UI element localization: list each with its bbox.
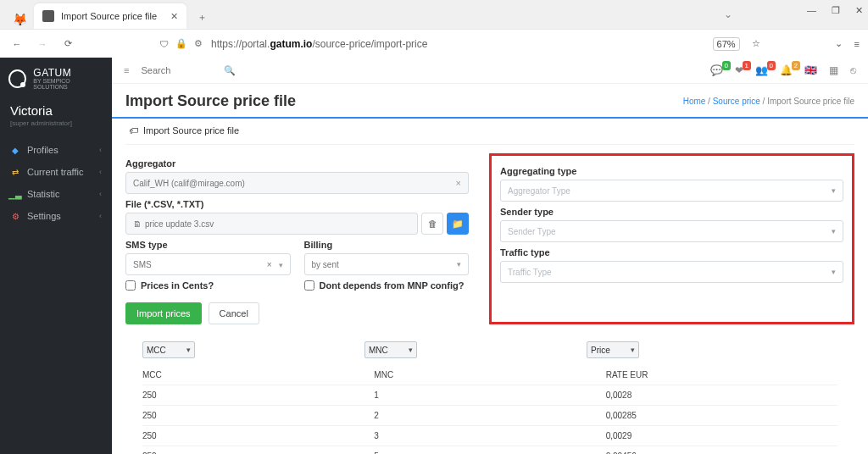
url-text: https://portal.gatum.io/source-price/imp…: [211, 38, 427, 50]
chevron-left-icon: ‹: [99, 146, 102, 154]
file-field: 🗎 price update 3.csv: [125, 213, 418, 235]
reload-button[interactable]: ⟳: [59, 36, 76, 53]
minimize-button[interactable]: —: [807, 5, 816, 16]
sender-type-label: Sender type: [500, 207, 843, 217]
chevron-down-icon: ▾: [832, 186, 836, 195]
breadcrumb: Home / Source price / Import Source pric…: [683, 97, 854, 106]
shield-icon: 🛡: [159, 39, 169, 49]
prices-cents-checkbox[interactable]: Prices in Cents?: [125, 280, 291, 291]
clear-icon[interactable]: ×: [267, 260, 272, 269]
delete-file-button[interactable]: 🗑: [421, 213, 443, 235]
clear-icon[interactable]: ×: [456, 178, 461, 188]
chevron-down-icon: ▾: [832, 227, 836, 235]
traffic-icon: ⇄: [10, 167, 20, 177]
sms-type-select[interactable]: SMS ×▾: [125, 253, 291, 275]
browser-tab[interactable]: Import Source price file ✕: [34, 3, 186, 29]
table-row: 25030,0029: [142, 426, 837, 446]
aggregator-label: Aggregator: [125, 158, 469, 169]
sidebar-item-label: Statistic: [27, 189, 60, 199]
aggregating-type-label: Aggregating type: [500, 166, 843, 176]
table-row: 25050,00456: [142, 446, 837, 454]
highlighted-region: Aggregating type Aggregator Type ▾ Sende…: [489, 153, 854, 324]
mnp-checkbox[interactable]: Dont depends from MNP config?: [304, 280, 470, 291]
browse-file-button[interactable]: 📁: [447, 213, 469, 235]
bookmark-star-icon[interactable]: ☆: [752, 38, 760, 49]
cancel-button[interactable]: Cancel: [209, 302, 259, 324]
permissions-icon: ⚙: [194, 38, 203, 49]
col-rate: RATE EUR: [606, 370, 837, 379]
chat-icon[interactable]: 💬0: [710, 64, 723, 76]
logout-icon[interactable]: ⎋: [850, 64, 856, 76]
file-label: File (*.CSV, *.TXT): [125, 199, 469, 209]
zoom-level[interactable]: 67%: [713, 37, 740, 51]
billing-label: Billing: [304, 240, 470, 250]
chevron-down-icon[interactable]: ⌄: [724, 8, 732, 20]
sidebar-item-profiles[interactable]: ◆ Profiles ‹: [0, 139, 112, 161]
app-menu-icon[interactable]: ≡: [854, 39, 860, 49]
aggregating-type-select[interactable]: Aggregator Type ▾: [500, 180, 843, 202]
billing-select[interactable]: by sent ▾: [304, 253, 470, 275]
close-window-button[interactable]: ✕: [855, 5, 863, 16]
search-input[interactable]: [141, 65, 217, 75]
crumb-current: Import Source price file: [767, 97, 854, 106]
import-prices-button[interactable]: Import prices: [125, 302, 202, 324]
tab-close-icon[interactable]: ✕: [170, 11, 178, 22]
pocket-icon[interactable]: ⌄: [835, 38, 843, 49]
tag-icon: 🏷: [129, 125, 138, 136]
brand-name: GATUM: [33, 68, 103, 78]
sidebar-item-statistic[interactable]: ▁▃ Statistic ‹: [0, 183, 112, 205]
crumb-source[interactable]: Source price: [713, 97, 760, 106]
user-role: [super administrator]: [0, 119, 112, 139]
sidebar: GATUM BY SEMPICO SOLUTIONS Victoria [sup…: [0, 58, 112, 454]
maximize-button[interactable]: ❐: [832, 5, 840, 16]
chevron-down-icon: ▾: [457, 260, 461, 269]
file-icon: 🗎: [133, 219, 142, 229]
chevron-left-icon: ‹: [99, 190, 102, 198]
sidebar-item-label: Profiles: [27, 145, 58, 155]
sms-type-label: SMS type: [125, 240, 291, 250]
page-title: Import Source price file: [125, 92, 296, 110]
menu-toggle-icon[interactable]: ≡: [124, 65, 129, 75]
sidebar-item-settings[interactable]: ⚙ Settings ‹: [0, 205, 112, 227]
chevron-left-icon: ‹: [99, 212, 102, 220]
table-row: 25020,00285: [142, 406, 837, 426]
chevron-down-icon: ▾: [832, 268, 836, 276]
back-button[interactable]: ←: [8, 36, 25, 53]
sidebar-item-label: Settings: [27, 211, 61, 221]
global-search[interactable]: 🔍: [141, 65, 236, 76]
bell-icon[interactable]: 🔔2: [780, 64, 793, 76]
forward-button[interactable]: →: [34, 36, 51, 53]
lock-icon: 🔒: [175, 38, 187, 49]
price-filter-select[interactable]: Price▾: [587, 341, 639, 358]
sidebar-item-current-traffic[interactable]: ⇄ Current traffic ‹: [0, 161, 112, 183]
users-icon[interactable]: 👥0: [755, 64, 768, 76]
crumb-home[interactable]: Home: [683, 97, 706, 106]
grid-icon[interactable]: ▦: [829, 64, 838, 76]
traffic-type-select[interactable]: Traffic Type ▾: [500, 261, 843, 283]
firefox-logo: 🦊: [10, 10, 29, 29]
lang-icon[interactable]: 🇬🇧: [804, 64, 817, 76]
mcc-filter-select[interactable]: MCC▾: [142, 341, 195, 358]
aggregator-select[interactable]: Calif_WH (calif@mirage.com) ×: [125, 172, 469, 194]
col-mcc: MCC: [142, 370, 374, 379]
search-icon[interactable]: 🔍: [224, 65, 236, 76]
address-bar[interactable]: 🛡 🔒 ⚙ https://portal.gatum.io/source-pri…: [153, 33, 704, 55]
favicon-icon: [42, 10, 54, 22]
mnc-filter-select[interactable]: MNC▾: [364, 341, 417, 358]
sidebar-item-label: Current traffic: [27, 167, 83, 177]
sender-type-select[interactable]: Sender Type ▾: [500, 220, 843, 242]
brand-sub: BY SEMPICO SOLUTIONS: [33, 78, 103, 90]
tab-title: Import Source price file: [61, 11, 164, 21]
new-tab-button[interactable]: ＋: [190, 5, 214, 29]
panel-title: Import Source price file: [143, 125, 239, 136]
col-mnc: MNC: [374, 370, 605, 379]
statistic-icon: ▁▃: [10, 189, 20, 199]
brand: GATUM BY SEMPICO SOLUTIONS: [0, 58, 112, 97]
brand-logo-icon: [8, 69, 26, 88]
price-table: MCC MNC RATE EUR 25010,0028 25020,00285 …: [142, 365, 837, 454]
table-row: 25010,0028: [142, 385, 837, 406]
chevron-left-icon: ‹: [99, 168, 102, 176]
heart-icon[interactable]: ❤1: [735, 64, 743, 76]
traffic-type-label: Traffic type: [500, 247, 843, 257]
settings-icon: ⚙: [10, 211, 20, 221]
